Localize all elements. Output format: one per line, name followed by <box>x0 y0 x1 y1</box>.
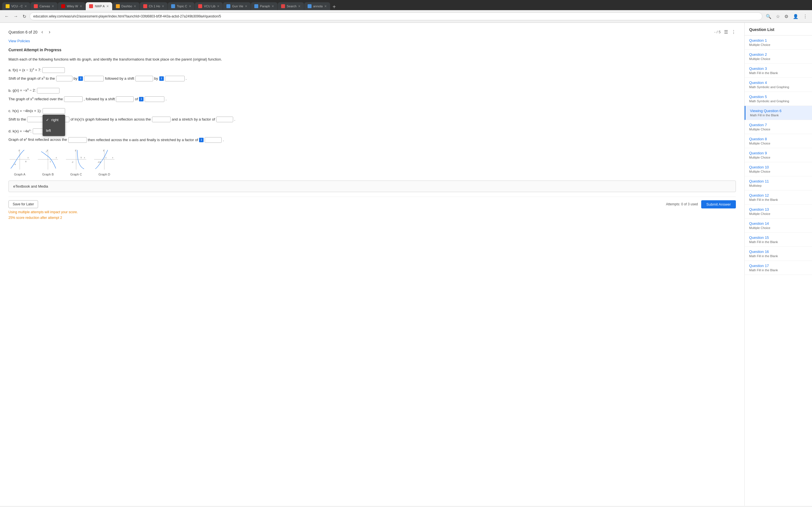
sidebar-item[interactable]: Question 2 Multiple Choice <box>745 50 812 64</box>
bookmark-icon[interactable]: ☆ <box>775 13 781 20</box>
tab-canvas[interactable]: Canvas × <box>31 2 57 10</box>
tab-gun[interactable]: Gun Vie × <box>223 2 251 10</box>
sidebar-item[interactable]: Question 7 Multiple Choice <box>745 120 812 134</box>
part-a-dir-dropdown[interactable]: right left <box>56 76 72 81</box>
sidebar-item-sub: Multiple Choice <box>749 226 808 230</box>
sidebar-item[interactable]: Question 5 Math Symbolic and Graphing <box>745 92 812 106</box>
sidebar-item[interactable]: Viewing Question 6 Math Fill in the Blan… <box>745 106 812 120</box>
part-c-axis-dropdown[interactable]: x-axis y-axis <box>152 117 170 122</box>
tab-label-wiley: Wiley W <box>67 4 78 8</box>
part-d-axis-dropdown[interactable]: x-axis y-axis <box>68 137 87 143</box>
tab-para[interactable]: Paraph × <box>251 2 277 10</box>
dropdown-option-left[interactable]: left <box>43 125 65 136</box>
tab-close-vculib[interactable]: × <box>217 4 219 8</box>
part-c-input2[interactable] <box>216 117 233 122</box>
part-c-dir-dropdown[interactable]: right left <box>27 117 43 122</box>
part-a-input1[interactable] <box>84 76 104 81</box>
tab-vculib[interactable]: VCU Lib × <box>195 2 223 10</box>
part-c-graph-dropdown[interactable]: Graph A Graph B Graph C Graph D <box>43 108 65 114</box>
part-b-dir-dropdown[interactable]: up down <box>116 96 134 102</box>
sidebar-item[interactable]: Question 17 Math Fill in the Blank <box>745 261 812 275</box>
tab-label-search: Search <box>287 4 297 8</box>
part-a-info2[interactable]: i <box>159 76 164 81</box>
sidebar-items: Question 1 Multiple Choice Question 2 Mu… <box>745 36 812 275</box>
new-tab-button[interactable]: + <box>331 4 338 10</box>
part-b-info[interactable]: i <box>139 97 144 101</box>
sidebar-item[interactable]: Question 10 Multiple Choice <box>745 162 812 176</box>
part-a-dir-select[interactable]: right left <box>56 75 72 82</box>
part-a-graph-select[interactable]: Graph A Graph B Graph C Graph D <box>42 66 65 74</box>
tab-close-annota[interactable]: × <box>324 4 326 8</box>
part-a-graph-dropdown[interactable]: Graph A Graph B Graph C Graph D <box>42 67 65 73</box>
tab-nwp[interactable]: NWP A × <box>86 2 112 10</box>
profile-icon[interactable]: 👤 <box>792 13 800 20</box>
part-b-input[interactable] <box>145 96 164 102</box>
save-later-button[interactable]: Save for Later <box>8 200 38 208</box>
part-a-dir2-dropdown[interactable]: up down <box>135 76 153 81</box>
sidebar-item[interactable]: Question 1 Multiple Choice <box>745 36 812 50</box>
part-d-axis-select[interactable]: x-axis y-axis <box>68 136 87 144</box>
part-d-info[interactable]: i <box>199 138 204 142</box>
part-c-graph-select[interactable]: Graph A Graph B Graph C Graph D right le… <box>43 107 65 115</box>
part-c-axis-select[interactable]: x-axis y-axis <box>152 116 170 123</box>
sidebar-item[interactable]: Question 15 Math Fill in the Blank <box>745 233 812 247</box>
view-policies-link[interactable]: View Policies <box>8 39 736 43</box>
question-counter: Question 6 of 20 <box>8 30 38 34</box>
part-b-graph-dropdown[interactable]: Graph A Graph B Graph C Graph D <box>37 88 59 94</box>
tab-vcu[interactable]: VCU - C × <box>2 2 30 10</box>
part-a-by2: by <box>154 75 158 82</box>
forward-button[interactable]: → <box>12 13 19 20</box>
part-d-desc-row: Graph of ex first reflected across the x… <box>8 136 736 144</box>
menu-icon[interactable]: ⋮ <box>802 13 809 20</box>
part-b-graph-select[interactable]: Graph A Graph B Graph C Graph D <box>37 87 59 94</box>
sidebar-item[interactable]: Question 13 Multiple Choice <box>745 205 812 219</box>
part-b-axis-dropdown[interactable]: x-axis y-axis <box>64 96 83 102</box>
tab-dash[interactable]: Dashbo × <box>112 2 140 10</box>
reload-button[interactable]: ↻ <box>21 13 28 20</box>
back-button[interactable]: ← <box>3 13 10 20</box>
part-b-dir-select[interactable]: up down <box>116 96 134 103</box>
tab-close-search[interactable]: × <box>298 4 301 8</box>
part-d-input[interactable] <box>205 137 221 143</box>
list-icon[interactable]: ☰ <box>724 29 728 35</box>
tab-close-topic[interactable]: × <box>189 4 191 8</box>
next-question-button[interactable]: › <box>47 29 52 36</box>
sidebar-item[interactable]: Question 8 Multiple Choice <box>745 134 812 148</box>
tab-search[interactable]: Search × <box>278 2 304 10</box>
sidebar-item[interactable]: Question 9 Multiple Choice <box>745 148 812 162</box>
sidebar-item[interactable]: Question 3 Math Fill in the Blank <box>745 64 812 78</box>
sidebar-item-title: Question 1 <box>749 38 808 43</box>
part-a-info1[interactable]: i <box>79 76 83 81</box>
url-bar[interactable] <box>30 12 762 20</box>
search-icon[interactable]: 🔍 <box>765 13 772 20</box>
tab-close-gun[interactable]: × <box>245 4 247 8</box>
submit-button[interactable]: Submit Answer <box>701 200 736 209</box>
tab-wiley[interactable]: Wiley W × <box>58 2 86 10</box>
tab-favicon-dash <box>116 4 120 8</box>
tab-close-para[interactable]: × <box>272 4 274 8</box>
part-a-dir2-select[interactable]: up down <box>135 75 153 82</box>
sidebar-item[interactable]: Question 11 Multistep <box>745 176 812 190</box>
tab-close-canvas[interactable]: × <box>52 4 54 8</box>
part-b-axis-select[interactable]: x-axis y-axis <box>64 96 83 103</box>
tab-close-ch1[interactable]: × <box>162 4 164 8</box>
prev-question-button[interactable]: ‹ <box>40 29 45 36</box>
tab-annota[interactable]: annota × <box>304 2 330 10</box>
part-a-input2[interactable] <box>165 76 185 81</box>
sidebar-item-title: Question 2 <box>749 52 808 57</box>
dropdown-option-right[interactable]: right <box>43 115 65 125</box>
sidebar-item[interactable]: Question 16 Math Fill in the Blank <box>745 247 812 261</box>
tab-close-vcu[interactable]: × <box>24 4 27 8</box>
tab-close-wiley[interactable]: × <box>80 4 82 8</box>
sidebar-item[interactable]: Question 12 Math Fill in the Blank <box>745 190 812 205</box>
extensions-icon[interactable]: ⚙ <box>783 13 790 20</box>
more-icon[interactable]: ⋮ <box>731 29 736 35</box>
sidebar-item[interactable]: Question 4 Math Symbolic and Graphing <box>745 78 812 92</box>
sidebar-item-title: Question 8 <box>749 137 808 141</box>
part-c-dir-select[interactable]: right left <box>27 116 43 123</box>
tab-close-dash[interactable]: × <box>134 4 136 8</box>
tab-close-nwp[interactable]: × <box>106 4 109 8</box>
tab-topic[interactable]: Topic C × <box>168 2 195 10</box>
sidebar-item[interactable]: Question 14 Multiple Choice <box>745 219 812 233</box>
tab-ch1[interactable]: Ch 1 Ho × <box>140 2 168 10</box>
